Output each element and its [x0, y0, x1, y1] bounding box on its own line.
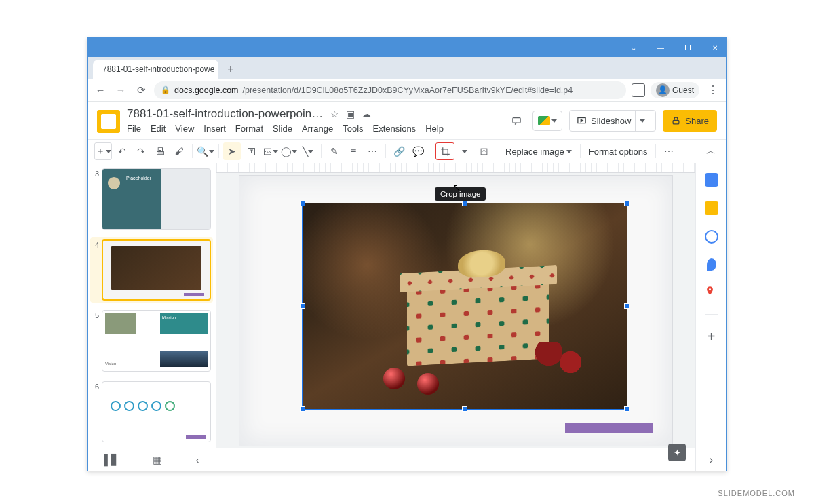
- selected-image[interactable]: [302, 203, 627, 410]
- menu-extensions[interactable]: Extensions: [373, 123, 416, 134]
- menu-arrange[interactable]: Arrange: [302, 123, 333, 134]
- ornament-graphic: [383, 368, 405, 389]
- link-icon[interactable]: 🔗: [390, 142, 408, 160]
- chevron-down-icon: [551, 119, 557, 123]
- menu-format[interactable]: Format: [235, 123, 263, 134]
- slide-canvas[interactable]: [216, 163, 695, 448]
- browser-tab-strip: 7881-01-self-introduction-powe ✕ +: [88, 57, 726, 79]
- window-chevron-icon[interactable]: ⌄: [629, 43, 638, 52]
- line-icon[interactable]: ╲: [299, 142, 317, 160]
- grid-view-icon[interactable]: ▦: [153, 454, 162, 466]
- border-dash-icon[interactable]: ⋯: [364, 142, 381, 160]
- maps-icon[interactable]: [705, 286, 718, 299]
- meet-button[interactable]: [532, 111, 562, 131]
- window-close-icon[interactable]: ✕: [710, 43, 720, 52]
- svg-rect-5: [481, 149, 487, 155]
- textbox-icon[interactable]: [242, 142, 260, 160]
- url-host: docs.google.com: [174, 85, 239, 95]
- menu-file[interactable]: File: [127, 123, 141, 134]
- slide-thumb-5[interactable]: 5 Mission Vision: [90, 308, 213, 374]
- profile-chip[interactable]: 👤 Guest: [651, 82, 699, 98]
- select-tool-icon[interactable]: ➤: [223, 142, 241, 160]
- svg-point-6: [708, 288, 710, 290]
- menu-bar: File Edit View Insert Format Slide Arran…: [127, 123, 500, 134]
- slideshow-button[interactable]: Slideshow: [569, 110, 656, 132]
- tasks-icon[interactable]: [705, 230, 718, 244]
- cursor-icon: ↖: [452, 182, 461, 193]
- image-icon[interactable]: [261, 142, 279, 160]
- print-icon[interactable]: 🖶: [151, 142, 169, 160]
- cloud-status-icon[interactable]: ☁: [362, 109, 371, 119]
- add-addon-icon[interactable]: +: [705, 330, 718, 343]
- filmstrip-panel[interactable]: 3 Placeholder 4 5 Mission Vision: [88, 163, 216, 448]
- shape-icon[interactable]: ◯: [280, 142, 298, 160]
- meet-icon: [538, 116, 550, 125]
- window-titlebar: ⌄ — ✕: [88, 38, 726, 57]
- paint-format-icon[interactable]: 🖌: [170, 142, 188, 160]
- extension-icon[interactable]: [632, 83, 645, 97]
- explore-button[interactable]: ✦: [668, 444, 686, 461]
- share-button[interactable]: Share: [663, 110, 717, 132]
- slideshow-dropdown[interactable]: [635, 111, 648, 131]
- browser-tab-active[interactable]: 7881-01-self-introduction-powe ✕: [93, 60, 218, 79]
- crop-image-button[interactable]: [435, 142, 454, 160]
- lock-icon: 🔒: [161, 85, 170, 94]
- tab-title: 7881-01-self-introduction-powe: [102, 64, 214, 74]
- back-icon[interactable]: ←: [93, 83, 108, 98]
- workspace: 3 Placeholder 4 5 Mission Vision: [88, 163, 726, 448]
- more-icon[interactable]: ⋯: [660, 142, 678, 160]
- menu-tools[interactable]: Tools: [343, 123, 363, 134]
- slide-thumb-6[interactable]: 6: [90, 379, 213, 445]
- keep-icon[interactable]: [705, 201, 718, 215]
- slides-logo-icon[interactable]: [97, 110, 120, 133]
- undo-icon[interactable]: ↶: [113, 142, 131, 160]
- slide-thumb-3[interactable]: 3 Placeholder: [90, 166, 213, 232]
- star-icon[interactable]: ☆: [330, 109, 339, 119]
- comment-icon[interactable]: 💬: [409, 142, 427, 160]
- menu-slide[interactable]: Slide: [273, 123, 292, 134]
- menu-view[interactable]: View: [175, 123, 194, 134]
- comments-icon[interactable]: [507, 111, 526, 130]
- menu-insert[interactable]: Insert: [204, 123, 226, 134]
- toolbar: ＋ ↶ ↷ 🖶 🖌 🔍 ➤ ◯ ╲ ✎ ≡ ⋯ 🔗 💬 Replace imag…: [88, 139, 726, 163]
- window-maximize-icon[interactable]: [683, 43, 693, 52]
- border-color-icon[interactable]: ✎: [326, 142, 343, 160]
- svg-rect-0: [512, 117, 520, 123]
- redo-icon[interactable]: ↷: [132, 142, 150, 160]
- window-minimize-icon[interactable]: —: [656, 43, 665, 52]
- reset-image-icon[interactable]: [475, 142, 492, 160]
- filmstrip-view-icon[interactable]: ▌▋: [104, 454, 120, 466]
- hide-sidepanel-icon[interactable]: ›: [695, 448, 726, 471]
- document-title[interactable]: 7881-01-self-introduction-powerpoint...: [127, 107, 324, 121]
- format-options-button[interactable]: Format options: [585, 147, 652, 157]
- move-icon[interactable]: ▣: [346, 109, 355, 119]
- menu-edit[interactable]: Edit: [151, 123, 166, 134]
- browser-toolbar: ← → ⟳ 🔒 docs.google.com /presentation/d/…: [88, 79, 726, 102]
- forward-icon[interactable]: →: [113, 83, 128, 98]
- collapse-filmstrip-icon[interactable]: ‹: [195, 454, 199, 465]
- gift-box-graphic: [404, 253, 553, 370]
- border-weight-icon[interactable]: ≡: [345, 142, 362, 160]
- menu-help[interactable]: Help: [425, 123, 444, 134]
- profile-label: Guest: [672, 85, 694, 95]
- avatar-icon: 👤: [656, 83, 670, 97]
- slide-thumb-4[interactable]: 4: [90, 237, 213, 303]
- browser-menu-icon[interactable]: ⋮: [705, 83, 721, 96]
- zoom-icon[interactable]: 🔍: [197, 142, 214, 160]
- reload-icon[interactable]: ⟳: [134, 83, 149, 98]
- berries-graphic: [532, 342, 587, 376]
- contacts-icon[interactable]: [707, 258, 716, 271]
- svg-rect-2: [673, 120, 679, 124]
- calendar-icon[interactable]: [705, 173, 718, 187]
- decorative-bar[interactable]: [565, 423, 653, 433]
- new-slide-button[interactable]: ＋: [94, 142, 112, 160]
- app-header: 7881-01-self-introduction-powerpoint... …: [88, 102, 726, 134]
- mask-dropdown-icon[interactable]: [456, 142, 473, 160]
- address-bar[interactable]: 🔒 docs.google.com /presentation/d/1D9CiL…: [154, 81, 626, 99]
- collapse-toolbar-icon[interactable]: ︿: [702, 142, 720, 160]
- url-path: /presentation/d/1D9CiL08o5T6ZzJD0xB9CYyM…: [243, 85, 573, 95]
- slide-editor[interactable]: [239, 175, 673, 446]
- new-tab-button[interactable]: +: [222, 61, 239, 77]
- replace-image-button[interactable]: Replace image: [501, 147, 576, 157]
- side-panel: +: [695, 163, 726, 448]
